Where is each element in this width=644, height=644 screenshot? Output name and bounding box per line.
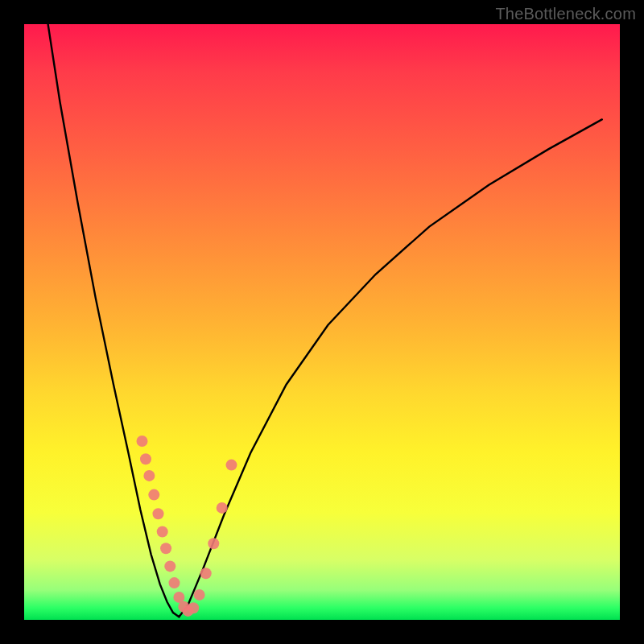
marker-dot bbox=[160, 543, 171, 554]
marker-dot bbox=[153, 508, 164, 519]
curve-group bbox=[48, 24, 602, 617]
watermark-text: TheBottleneck.com bbox=[495, 5, 636, 23]
marker-dot bbox=[140, 453, 151, 464]
chart-svg bbox=[24, 24, 620, 620]
marker-dot bbox=[164, 560, 175, 572]
marker-dot bbox=[148, 489, 159, 501]
marker-dot bbox=[217, 502, 228, 514]
marker-dot bbox=[226, 460, 237, 471]
marker-dot bbox=[208, 538, 219, 549]
curve-path bbox=[48, 24, 602, 617]
marker-dot bbox=[188, 602, 199, 613]
chart-frame: TheBottleneck.com bbox=[0, 0, 644, 644]
plot-area bbox=[24, 24, 620, 620]
marker-dot bbox=[157, 526, 168, 538]
marker-dot bbox=[194, 589, 205, 601]
marker-dot bbox=[169, 577, 180, 588]
marker-dot bbox=[143, 470, 155, 481]
marker-dot bbox=[137, 436, 148, 447]
marker-dot bbox=[200, 568, 212, 579]
markers-group bbox=[137, 436, 237, 617]
